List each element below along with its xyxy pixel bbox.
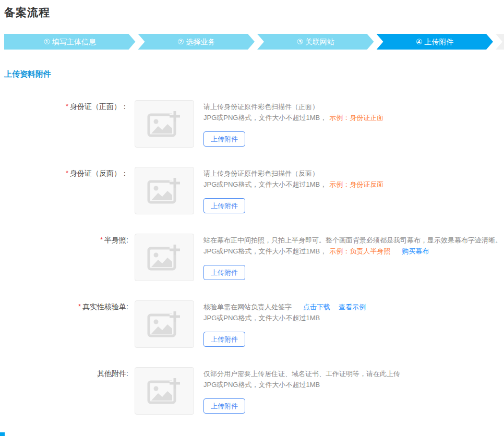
required-asterisk: * [66, 102, 68, 110]
description-line-1: 请上传身份证原件彩色扫描件（反面） [203, 168, 383, 179]
row-label: *真实性核验单: [4, 300, 135, 348]
step-tab-2[interactable]: ② 选择业务 [138, 34, 255, 50]
required-asterisk: * [66, 169, 68, 177]
upload-row: *真实性核验单: 核验单需在网站负责人处签字点击下载查看示例 JPG或PNG格式… [4, 300, 504, 348]
description-line-2: JPG或PNG格式，文件大小不超过1MB，示例：身份证正面 [203, 112, 383, 123]
upload-preview-box [135, 234, 194, 281]
sample-link-id-back[interactable]: 示例：身份证反面 [329, 180, 383, 188]
upload-button[interactable]: 上传附件 [203, 398, 245, 414]
step-tab-3[interactable]: ③ 关联网站 [257, 34, 374, 50]
upload-rows-container: *身份证（正面）： 请上传身份证原件彩色扫描件（正面） JPG或PNG格式，文件… [4, 100, 504, 415]
upload-row: *身份证（反面）： 请上传身份证原件彩色扫描件（反面） JPG或PNG格式，文件… [4, 167, 504, 214]
row-content: 请上传身份证原件彩色扫描件（反面） JPG或PNG格式，文件大小不超过1MB，示… [203, 167, 383, 214]
image-placeholder-icon [147, 110, 182, 138]
description-text: 请上传身份证原件彩色扫描件（正面） [203, 103, 319, 111]
section-title: 上传资料附件 [4, 69, 504, 79]
steps-bar: ① 填写主体信息② 选择业务③ 关联网站④ 上传附件 [4, 34, 504, 50]
upload-preview-box [135, 367, 194, 415]
description-line-2: JPG或PNG格式，文件大小不超过1MB [203, 379, 400, 390]
upload-row: *半身照: 站在幕布正中间拍照，只拍上半身即可。整个画面背景必须都是我司幕布，显… [4, 234, 504, 281]
row-content: 请上传身份证原件彩色扫描件（正面） JPG或PNG格式，文件大小不超过1MB，示… [203, 100, 383, 148]
row-label: *身份证（反面）： [4, 167, 135, 214]
download-link[interactable]: 点击下载 [303, 303, 330, 311]
page-title: 备案流程 [4, 5, 504, 20]
image-placeholder-icon [147, 244, 182, 272]
row-label-text: 身份证（正面）： [70, 102, 128, 111]
upload-preview-box [135, 300, 194, 348]
description-text: JPG或PNG格式，文件大小不超过1MB， [203, 114, 327, 122]
row-content: 仅部分用户需要上传居住证、域名证书、工作证明等，请在此上传 JPG或PNG格式，… [203, 367, 400, 415]
row-label-text: 身份证（反面）： [70, 169, 128, 177]
upload-button[interactable]: 上传附件 [203, 332, 245, 347]
description-line-1: 仅部分用户需要上传居住证、域名证书、工作证明等，请在此上传 [203, 368, 400, 379]
row-label-text: 真实性核验单: [82, 302, 128, 311]
required-asterisk: * [78, 302, 81, 310]
row-content: 站在幕布正中间拍照，只拍上半身即可。整个画面背景必须都是我司幕布，显示效果幕布字… [203, 234, 502, 281]
steps-overflow-chevron [496, 34, 504, 50]
view-sample-link[interactable]: 查看示例 [339, 303, 366, 311]
filing-process-page: 备案流程 ① 填写主体信息② 选择业务③ 关联网站④ 上传附件 上传资料附件 *… [0, 0, 504, 415]
description-text: JPG或PNG格式，文件大小不超过1MB， [203, 247, 327, 255]
image-placeholder-icon [147, 177, 182, 205]
upload-button[interactable]: 上传附件 [203, 198, 245, 213]
row-label: *身份证（正面）： [4, 100, 135, 148]
row-label: 其他附件: [4, 367, 135, 415]
description-text: 请上传身份证原件彩色扫描件（反面） [203, 169, 319, 177]
image-placeholder-icon [147, 377, 182, 405]
upload-preview-box [135, 100, 194, 148]
step-tab-1[interactable]: ① 填写主体信息 [4, 34, 136, 50]
upload-preview-box [135, 167, 194, 214]
row-label: *半身照: [4, 234, 135, 281]
step-tab-4[interactable]: ④ 上传附件 [377, 34, 494, 50]
upload-row: 其他附件: 仅部分用户需要上传居住证、域名证书、工作证明等，请在此上传 JPG或… [4, 367, 504, 415]
description-text: JPG或PNG格式，文件大小不超过1MB [203, 381, 320, 389]
description-text: JPG或PNG格式，文件大小不超过1MB [203, 314, 320, 322]
required-asterisk: * [100, 236, 103, 244]
row-content: 核验单需在网站负责人处签字点击下载查看示例 JPG或PNG格式，文件大小不超过1… [203, 300, 366, 348]
upload-button[interactable]: 上传附件 [203, 265, 245, 280]
upload-button[interactable]: 上传附件 [203, 131, 245, 147]
description-text: 仅部分用户需要上传居住证、域名证书、工作证明等，请在此上传 [203, 370, 400, 378]
description-line-2: JPG或PNG格式，文件大小不超过1MB，示例：身份证反面 [203, 179, 383, 190]
sample-link-id-front[interactable]: 示例：身份证正面 [329, 114, 383, 122]
description-line-2: JPG或PNG格式，文件大小不超过1MB，示例：负责人半身照购买幕布 [203, 246, 502, 257]
sample-link-half-body[interactable]: 示例：负责人半身照 [329, 247, 390, 255]
description-line-1: 核验单需在网站负责人处签字点击下载查看示例 [203, 301, 366, 312]
description-text: 站在幕布正中间拍照，只拍上半身即可。整个画面背景必须都是我司幕布，显示效果幕布字… [203, 236, 502, 244]
row-label-text: 其他附件: [97, 369, 128, 378]
description-text: 核验单需在网站负责人处签字 [203, 303, 292, 311]
clipped-element-fragment [0, 432, 5, 436]
buy-curtain-link[interactable]: 购买幕布 [402, 247, 429, 255]
upload-row: *身份证（正面）： 请上传身份证原件彩色扫描件（正面） JPG或PNG格式，文件… [4, 100, 504, 148]
description-text: JPG或PNG格式，文件大小不超过1MB， [203, 180, 327, 188]
image-placeholder-icon [147, 310, 182, 338]
description-line-2: JPG或PNG格式，文件大小不超过1MB [203, 312, 366, 323]
row-label-text: 半身照: [104, 236, 128, 244]
description-line-1: 请上传身份证原件彩色扫描件（正面） [203, 101, 383, 112]
description-line-1: 站在幕布正中间拍照，只拍上半身即可。整个画面背景必须都是我司幕布，显示效果幕布字… [203, 235, 502, 246]
